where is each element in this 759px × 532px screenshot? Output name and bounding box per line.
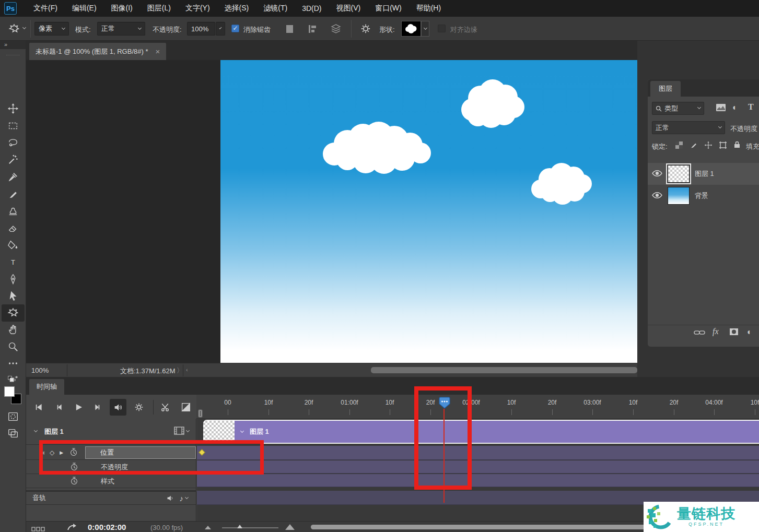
current-time-display[interactable]: 0:00:02:00: [88, 523, 126, 531]
layer-clip-bar[interactable]: 图层 1: [203, 420, 759, 444]
mute-audio-button[interactable]: [110, 399, 126, 416]
align-icon[interactable]: [308, 25, 318, 35]
style-keyframe-track[interactable]: [197, 474, 759, 487]
lasso-tool-icon[interactable]: [7, 137, 19, 149]
tool-preset-chevron-icon[interactable]: [22, 26, 26, 29]
gear-icon[interactable]: [360, 23, 371, 36]
eyedropper-tool-icon[interactable]: [7, 171, 19, 183]
horizontal-scrollbar[interactable]: [371, 367, 637, 373]
quick-mask-icon[interactable]: [7, 411, 19, 422]
position-keyframe-track[interactable]: [197, 446, 759, 460]
lock-position-icon[interactable]: [704, 141, 713, 149]
swap-colors-icon[interactable]: [7, 374, 19, 385]
layer-thumbnail[interactable]: [668, 187, 690, 205]
audio-options-chevron-icon[interactable]: [185, 495, 189, 499]
scroll-left-arrow-icon[interactable]: ‹: [186, 367, 188, 373]
menu-file[interactable]: 文件(F): [26, 0, 65, 17]
menu-layer[interactable]: 图层(L): [140, 0, 178, 17]
opacity-chevron-button[interactable]: [216, 22, 225, 36]
zoom-in-mountain-icon[interactable]: [285, 524, 295, 530]
clone-stamp-tool-icon[interactable]: [7, 205, 19, 217]
audio-track-row[interactable]: 音轨 ♪: [26, 490, 196, 505]
previous-frame-button[interactable]: [50, 399, 67, 416]
menu-window[interactable]: 窗口(W): [368, 0, 409, 17]
marquee-tool-icon[interactable]: [7, 120, 19, 132]
split-at-playhead-scissors-icon[interactable]: [157, 399, 173, 416]
stopwatch-icon[interactable]: [70, 476, 78, 487]
mode-dropdown[interactable]: 正常: [97, 22, 145, 36]
play-button[interactable]: [70, 399, 87, 416]
menu-3d[interactable]: 3D(D): [295, 0, 329, 17]
lock-pixels-icon[interactable]: [690, 141, 698, 149]
zoom-level[interactable]: 100%: [31, 367, 49, 374]
custom-shape-tool-icon[interactable]: [7, 307, 19, 318]
lock-artboard-icon[interactable]: [719, 141, 727, 149]
lock-all-icon[interactable]: [733, 140, 741, 149]
custom-shape-tool-preset-icon[interactable]: [8, 23, 20, 34]
zoom-slider-thumb[interactable]: [237, 525, 242, 528]
document-size-info[interactable]: 文档:1.37M/1.62M: [120, 367, 176, 376]
more-tools-icon[interactable]: [7, 358, 19, 369]
screen-mode-icon[interactable]: [7, 428, 19, 439]
layers-panel-tab[interactable]: 图层: [650, 81, 681, 97]
visibility-eye-icon[interactable]: [652, 170, 662, 179]
layer-row-background[interactable]: 背景: [648, 185, 759, 207]
menu-filter[interactable]: 滤镜(T): [256, 0, 295, 17]
foreground-color-swatch[interactable]: [4, 386, 15, 397]
timeline-settings-gear-icon[interactable]: [131, 399, 147, 416]
layer-thumbnail[interactable]: [668, 165, 690, 183]
zoom-out-mountain-icon[interactable]: [205, 526, 211, 529]
render-frames-icon[interactable]: [31, 525, 45, 532]
layer-name[interactable]: 背景: [695, 191, 708, 200]
new-adjustment-layer-icon[interactable]: ◐: [747, 327, 752, 337]
menu-type[interactable]: 文字(Y): [178, 0, 217, 17]
timeline-zoom-slider[interactable]: [222, 527, 278, 528]
layer-filter-dropdown[interactable]: 类型: [652, 102, 704, 115]
track-options-chevron-icon[interactable]: [186, 429, 190, 432]
audio-speaker-icon[interactable]: [165, 493, 176, 503]
brush-tool-icon[interactable]: [7, 188, 19, 200]
hand-tool-icon[interactable]: [7, 324, 19, 335]
add-layer-mask-icon[interactable]: [729, 328, 739, 336]
work-area-start-handle[interactable]: [198, 409, 203, 418]
clip-chevron-icon[interactable]: [240, 429, 244, 432]
timeline-tab[interactable]: 时间轴: [29, 379, 64, 395]
timeline-ruler[interactable]: 00 10f 20f 01:00f 10f 20f 02:00f 10f 20f…: [196, 395, 759, 419]
visibility-eye-icon[interactable]: [652, 192, 662, 200]
eraser-tool-icon[interactable]: [7, 222, 19, 234]
menu-select[interactable]: 选择(S): [217, 0, 256, 17]
property-label-style[interactable]: 样式: [101, 477, 114, 486]
video-track-filmstrip-icon[interactable]: [174, 427, 184, 436]
menu-help[interactable]: 帮助(H): [409, 0, 448, 17]
opacity-dropdown[interactable]: 100%: [187, 22, 215, 36]
menu-edit[interactable]: 编辑(E): [65, 0, 104, 17]
music-note-icon[interactable]: ♪: [180, 494, 184, 503]
antialias-checkbox[interactable]: ✓: [231, 25, 239, 32]
property-row-style[interactable]: 样式: [26, 475, 196, 488]
align-edges-checkbox[interactable]: [438, 25, 446, 32]
layer-name[interactable]: 图层 1: [695, 169, 714, 179]
panel-grip[interactable]: [6, 51, 20, 55]
path-ops-icon[interactable]: [286, 25, 293, 33]
filter-adjustment-layers-icon[interactable]: ◐: [732, 103, 738, 112]
collapse-tools-icon[interactable]: »: [0, 41, 26, 49]
playhead-handle[interactable]: [438, 397, 451, 409]
go-to-first-frame-button[interactable]: [30, 399, 47, 416]
filter-pixel-layers-icon[interactable]: [716, 103, 726, 112]
layer-row-layer1[interactable]: 图层 1: [648, 163, 759, 185]
link-layers-icon[interactable]: [694, 329, 705, 336]
zoom-tool-icon[interactable]: [7, 341, 19, 352]
shape-thumbnail[interactable]: [401, 21, 421, 37]
pen-tool-icon[interactable]: [7, 274, 19, 285]
close-document-icon[interactable]: ×: [155, 47, 160, 56]
filter-type-layers-icon[interactable]: T: [748, 102, 754, 112]
layer-style-fx-icon[interactable]: fx: [713, 327, 719, 336]
export-arrow-icon[interactable]: [67, 523, 77, 532]
move-tool-icon[interactable]: [7, 103, 19, 114]
paint-bucket-tool-icon[interactable]: [7, 239, 19, 251]
magic-wand-tool-icon[interactable]: [7, 154, 19, 165]
shape-picker-chevron[interactable]: [421, 21, 429, 37]
menu-view[interactable]: 视图(V): [329, 0, 368, 17]
document-canvas[interactable]: [220, 60, 637, 363]
arrange-layers-icon[interactable]: [330, 23, 342, 36]
